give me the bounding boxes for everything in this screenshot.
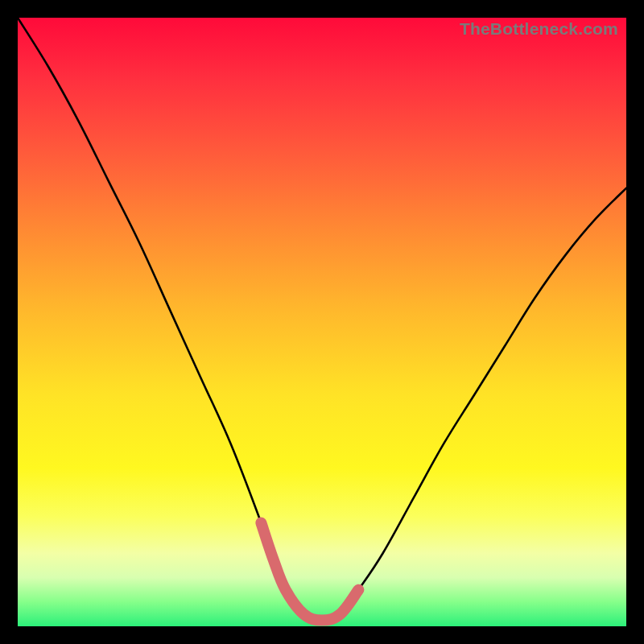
watermark-text: TheBottleneck.com <box>460 19 618 39</box>
chart-frame: TheBottleneck.com <box>0 0 644 644</box>
plot-area: TheBottleneck.com <box>18 18 626 626</box>
optimal-range-marker <box>18 18 626 626</box>
